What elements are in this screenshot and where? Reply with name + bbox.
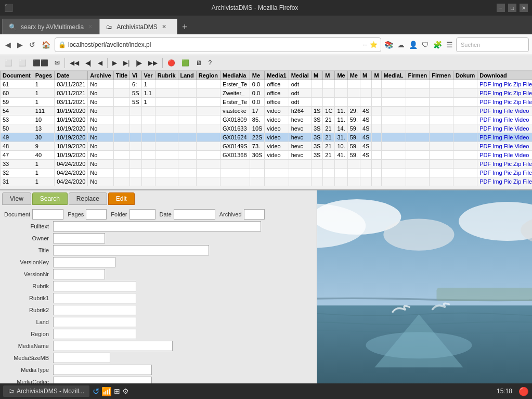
input-rubrik[interactable]: [53, 281, 136, 291]
toolbar-prev-page-btn[interactable]: ◀: [95, 57, 105, 69]
toolbar-play-btn[interactable]: ▶: [110, 57, 120, 69]
toolbar-mail-btn[interactable]: ✉: [52, 57, 62, 69]
tab-search[interactable]: Search: [32, 192, 68, 205]
col-medial[interactable]: Medial: [289, 71, 311, 80]
toolbar-prev-btn[interactable]: ◀|: [83, 57, 94, 69]
input-mediacodec[interactable]: [53, 377, 152, 383]
address-bar[interactable]: 🔒 localhost/perl/avclient/index.pl ··· ⭐: [55, 37, 381, 52]
input-region[interactable]: [53, 329, 136, 339]
col-document[interactable]: Document: [1, 71, 33, 80]
col-me[interactable]: Me: [250, 71, 265, 80]
forward-button[interactable]: ▶: [15, 38, 25, 51]
toolbar-red-btn[interactable]: 🔴: [165, 57, 178, 69]
input-pages[interactable]: [86, 209, 107, 220]
input-archived[interactable]: [244, 209, 265, 220]
col-firmen1[interactable]: Firmen: [406, 71, 430, 80]
download-cell[interactable]: PDF Img File Video: [477, 142, 532, 151]
col-me2[interactable]: Me: [335, 71, 347, 80]
tab-archivista[interactable]: 🗂 ArchivistaDMS ✕: [99, 19, 177, 34]
browser-search-box[interactable]: Suchen: [456, 37, 529, 52]
input-rubrik1[interactable]: [53, 293, 136, 303]
col-m2[interactable]: M: [323, 71, 335, 80]
table-row[interactable]: 59103/11/2021No5S1Erster_Te0.0officeodtP…: [1, 98, 533, 107]
input-mediasizeMB[interactable]: [53, 353, 110, 363]
minimize-button[interactable]: −: [497, 4, 505, 12]
table-row[interactable]: 33104/24/2020NoPDF Img Pic Zip File: [1, 160, 533, 169]
download-cell[interactable]: PDF Img File Video: [477, 151, 532, 160]
download-cell[interactable]: PDF Img File Video: [477, 124, 532, 133]
input-rubrik2[interactable]: [53, 305, 136, 315]
table-row[interactable]: 5411110/19/2020Noviastocke17videoh2641S1…: [1, 107, 533, 115]
new-tab-button[interactable]: +: [177, 20, 192, 34]
toolbar-last-btn[interactable]: ▶▶: [146, 57, 160, 69]
table-row[interactable]: 474010/19/2020NoGX0136830Svideohevc3S214…: [1, 151, 533, 160]
menu-icon[interactable]: ☰: [445, 40, 454, 50]
download-cell[interactable]: PDF Img Pic Zip File: [477, 160, 532, 169]
toolbar-grid-btn[interactable]: ⬛⬛: [30, 57, 51, 69]
toolbar-help-btn[interactable]: ?: [205, 57, 214, 69]
download-cell[interactable]: PDF Img File Video: [477, 115, 532, 124]
download-cell[interactable]: PDF Img Pic Zip File: [477, 98, 532, 107]
taskbar-item-archivista[interactable]: 🗂 ArchivistaDMS - Mozill...: [3, 385, 89, 397]
col-media1[interactable]: Media1: [265, 71, 289, 80]
toolbar-monitor-btn[interactable]: 🖥: [193, 57, 204, 69]
data-table-area[interactable]: Document Pages Date Archive Title Vi Ver…: [0, 71, 532, 190]
toolbar-copy-btn[interactable]: ⬜: [16, 57, 29, 69]
input-title[interactable]: [53, 245, 209, 255]
toolbar-next-page-btn[interactable]: ▶|: [121, 57, 132, 69]
col-vi[interactable]: Vi: [130, 71, 141, 80]
table-row[interactable]: 48910/19/2020NoGX0149S73.videohevc3S2110…: [1, 142, 533, 151]
col-pages[interactable]: Pages: [33, 71, 54, 80]
extensions-icon[interactable]: 🧩: [432, 40, 443, 50]
table-row[interactable]: 60103/11/2021No5S1.1Zweiter_0.0officeodt…: [1, 89, 533, 98]
download-cell[interactable]: PDF Img Pic Zip File: [477, 169, 532, 177]
tab-close-icon[interactable]: ✕: [88, 23, 93, 30]
reload-button[interactable]: ↺: [27, 38, 37, 51]
toolbar-new-btn[interactable]: ⬜: [2, 57, 15, 69]
home-button[interactable]: 🏠: [40, 38, 53, 51]
tab-replace[interactable]: Replace: [69, 192, 107, 205]
table-row[interactable]: 501310/19/2020NoGX0163310Svideohevc3S211…: [1, 124, 533, 133]
download-cell[interactable]: PDF Img Pic Zip File: [477, 89, 532, 98]
table-row[interactable]: 32104/24/2020NoPDF Img Pic Zip File: [1, 169, 533, 177]
toolbar-first-btn[interactable]: ◀◀: [67, 57, 82, 69]
input-document[interactable]: [32, 209, 63, 220]
tab-close-icon-active[interactable]: ✕: [162, 23, 166, 30]
col-medianame[interactable]: MediaNa: [220, 71, 250, 80]
col-medial2[interactable]: MediaL: [381, 71, 406, 80]
input-medianame[interactable]: [53, 341, 173, 351]
library-icon[interactable]: 📚: [383, 40, 394, 50]
input-fulltext[interactable]: [53, 221, 261, 231]
input-folder[interactable]: [129, 209, 155, 220]
col-date[interactable]: Date: [55, 71, 88, 80]
col-rubrik[interactable]: Rubrik: [155, 71, 178, 80]
col-archive[interactable]: Archive: [88, 71, 113, 80]
input-versionkey[interactable]: [53, 257, 115, 267]
back-button[interactable]: ◀: [3, 38, 13, 51]
bookmark-icon[interactable]: ⭐: [370, 41, 378, 48]
table-row[interactable]: 61103/11/2021No6:1Erster_Te0.0officeodtP…: [1, 80, 533, 89]
input-owner[interactable]: [53, 233, 105, 243]
close-button[interactable]: ✕: [520, 4, 528, 12]
download-cell[interactable]: PDF Img File Video: [477, 107, 532, 115]
col-ver[interactable]: Ver: [141, 71, 155, 80]
input-mediatype[interactable]: [53, 365, 152, 375]
col-title[interactable]: Title: [113, 71, 129, 80]
maximize-button[interactable]: □: [508, 4, 516, 12]
toolbar-green-btn[interactable]: 🟩: [179, 57, 192, 69]
col-firmen2[interactable]: Firmen: [430, 71, 453, 80]
table-row[interactable]: 493010/19/2020NoGX0162422Svideohevc3S213…: [1, 133, 533, 142]
table-row[interactable]: 31104/24/2020NoPDF Img Pic Zip File: [1, 177, 533, 186]
col-me3[interactable]: Me: [347, 71, 360, 80]
col-download[interactable]: Download: [477, 71, 532, 80]
col-m1[interactable]: M: [311, 71, 322, 80]
input-date[interactable]: [174, 209, 215, 220]
account-icon[interactable]: 👤: [408, 40, 419, 50]
tab-view[interactable]: View: [2, 192, 31, 205]
input-versionnr[interactable]: [53, 269, 105, 279]
col-dokum[interactable]: Dokum: [453, 71, 477, 80]
tab-edit[interactable]: Edit: [108, 192, 135, 205]
col-m4[interactable]: M: [372, 71, 381, 80]
input-land[interactable]: [53, 317, 136, 327]
tab-searx[interactable]: 🔍 searx by AVMultimedia ✕: [2, 19, 99, 34]
